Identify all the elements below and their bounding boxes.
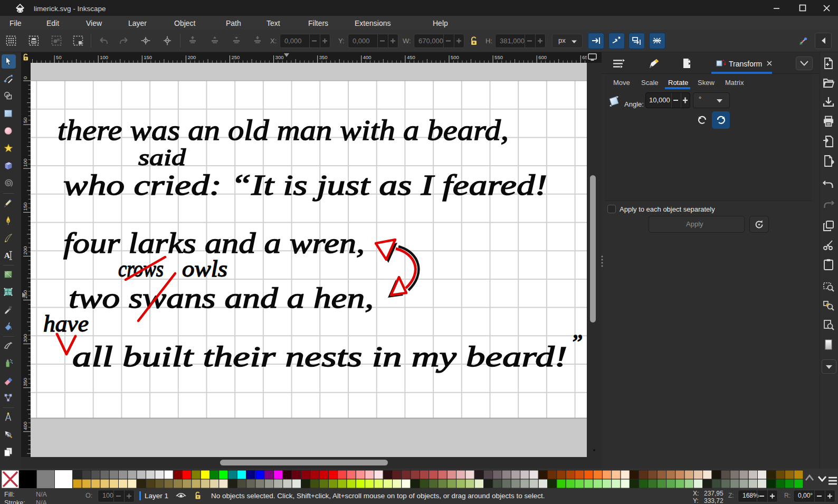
svg-text:250: 250 (232, 54, 240, 60)
svg-text:150: 150 (22, 202, 28, 211)
svg-text:200: 200 (22, 246, 28, 255)
svg-text:0: 0 (22, 77, 28, 79)
svg-text:there was an old man with a be: there was an old man with a beard, (58, 115, 509, 146)
svg-text:”: ” (570, 330, 583, 356)
svg-text:350: 350 (22, 378, 28, 386)
svg-text:100: 100 (22, 158, 28, 167)
svg-text:300: 300 (275, 54, 284, 60)
svg-text:who cried: “It is just as I fe: who cried: “It is just as I feared! (63, 169, 547, 201)
svg-text:450: 450 (407, 54, 415, 60)
svg-text:150: 150 (144, 54, 152, 60)
svg-text:200: 200 (187, 54, 196, 60)
svg-text:two swans and a hen,: two swans and a hen, (69, 282, 374, 314)
svg-text:350: 350 (319, 54, 328, 60)
svg-text:50: 50 (22, 118, 28, 123)
svg-text:600: 600 (538, 54, 547, 60)
svg-text:550: 550 (494, 54, 503, 60)
svg-text:A: A (4, 251, 11, 260)
svg-text:four larks and a wren,: four larks and a wren, (63, 227, 365, 259)
svg-text:400: 400 (22, 422, 28, 430)
svg-text:have: have (43, 311, 89, 337)
svg-text:crows: crows (118, 256, 164, 282)
svg-text:500: 500 (451, 54, 459, 60)
svg-text:400: 400 (363, 54, 372, 60)
svg-text:50: 50 (56, 54, 62, 60)
svg-text:owls: owls (182, 256, 227, 282)
svg-text:300: 300 (22, 334, 28, 343)
svg-text:said: said (138, 145, 186, 170)
svg-text:all built their nests in my be: all built their nests in my beard! (72, 341, 567, 373)
svg-text:100: 100 (100, 54, 108, 60)
